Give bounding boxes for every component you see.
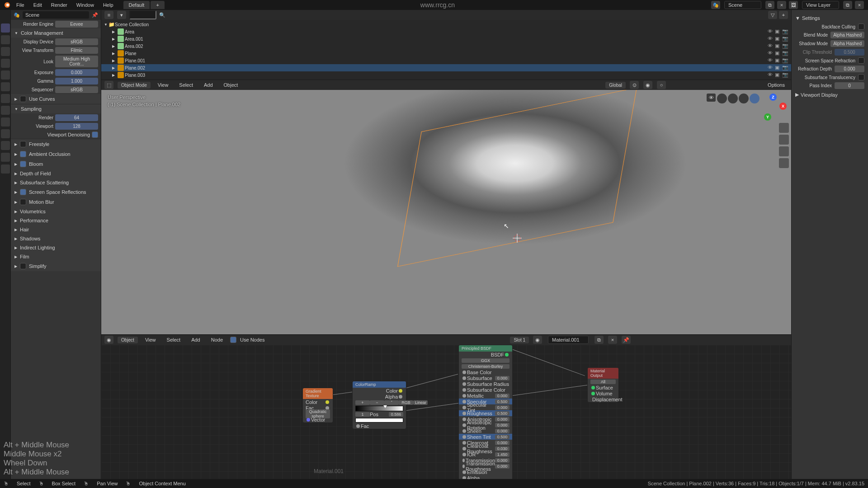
section-ssr[interactable]: ▶Screen Space Reflections	[11, 187, 101, 197]
mode-dropdown[interactable]: Object Mode	[118, 82, 151, 89]
bloom-checkbox[interactable]	[20, 161, 26, 167]
tab-render-icon[interactable]	[1, 23, 10, 33]
tab-output-icon[interactable]	[1, 35, 10, 44]
subsection-use-curves[interactable]: ▶ Use Curves	[11, 94, 101, 104]
pass-index-field[interactable]: 0	[835, 82, 864, 89]
bsdf-input-row[interactable]: Sheen Tint0.500	[459, 434, 512, 440]
viewlayer-name-input[interactable]	[802, 1, 839, 9]
render-icon[interactable]: 📷	[782, 50, 788, 56]
scene-name-field[interactable]: Scene	[23, 11, 89, 19]
selectable-icon[interactable]: ▣	[775, 50, 781, 56]
ne-menu-node[interactable]: Node	[208, 336, 226, 344]
eye-icon[interactable]: 👁	[768, 43, 774, 49]
bsdf-input-row[interactable]: Transmission Roughness0.000	[459, 463, 512, 469]
motion_blur-checkbox[interactable]	[20, 199, 26, 205]
sequencer-dropdown[interactable]: sRGB	[55, 86, 98, 93]
vp-menu-view[interactable]: View	[154, 81, 172, 89]
bsdf-input-row[interactable]: Metallic0.000	[459, 393, 512, 399]
scene-name-input[interactable]	[724, 1, 761, 9]
node-colorramp[interactable]: ColorRamp Color Alpha +−˅RGBLinear 1Pos0…	[352, 381, 406, 429]
bsdf-input-row[interactable]: Base Color	[459, 369, 512, 375]
vp-options[interactable]: Options	[764, 81, 788, 89]
workspace-tab-default[interactable]: Default	[123, 1, 150, 9]
section-dof[interactable]: ▶Depth of Field	[11, 169, 101, 178]
use-nodes-checkbox[interactable]	[230, 337, 236, 343]
new-collection-icon[interactable]: +	[779, 11, 788, 19]
colorramp-gradient[interactable]	[355, 406, 403, 411]
section-sampling[interactable]: ▼ Sampling	[11, 104, 101, 113]
tab-particle-icon[interactable]	[1, 106, 10, 115]
tab-object-icon[interactable]	[1, 82, 10, 91]
ao-checkbox[interactable]	[20, 151, 26, 157]
bsdf-input-row[interactable]: Anisotropic Rotation0.000	[459, 422, 512, 428]
editor-type-icon[interactable]: ◉	[104, 336, 113, 344]
show-gizmos-icon[interactable]: 👁	[707, 94, 716, 102]
material-browse-icon[interactable]: ◉	[533, 336, 542, 344]
section-volumetrics[interactable]: ▶Volumetrics	[11, 207, 101, 216]
gamma-slider[interactable]: 1.000	[55, 78, 98, 84]
tab-data-icon[interactable]	[1, 141, 10, 150]
section-motion_blur[interactable]: ▶Motion Blur	[11, 197, 101, 207]
tree-collection-row[interactable]: ▼ 📁 Scene Collection	[101, 21, 791, 28]
scene-browse-icon[interactable]: 🎭	[711, 1, 720, 9]
eye-icon[interactable]: 👁	[768, 65, 774, 71]
ne-menu-view[interactable]: View	[142, 336, 160, 344]
refraction-depth-field[interactable]: 0.000	[835, 66, 864, 72]
outliner-item[interactable]: ▶Area.001👁▣📷	[101, 35, 791, 42]
render-engine-dropdown[interactable]: Eevee	[55, 21, 98, 28]
outliner-item[interactable]: ▶Plane.002👁▣📷	[101, 64, 791, 71]
nav-gizmo[interactable]: X Y Z	[760, 94, 787, 121]
slot-dropdown[interactable]: Slot 1	[510, 337, 529, 343]
viewport-samples-field[interactable]: 128	[55, 123, 98, 130]
eye-icon[interactable]: 👁	[768, 57, 774, 64]
bsdf-input-row[interactable]: Subsurface0.000	[459, 375, 512, 381]
tab-modifier-icon[interactable]	[1, 94, 10, 103]
ssr-checkbox[interactable]	[20, 189, 26, 195]
perspective-icon[interactable]	[779, 158, 789, 168]
outliner-disp-icon[interactable]: ▾	[117, 11, 126, 19]
node-material-output[interactable]: Material Output All Surface Volume Displ…	[587, 367, 619, 403]
bsdf-input-row[interactable]: Subsurface Color	[459, 387, 512, 393]
render-icon[interactable]: 📷	[782, 36, 788, 42]
eye-icon[interactable]: 👁	[768, 36, 774, 42]
outliner-item[interactable]: ▶Area👁▣📷	[101, 28, 791, 35]
proportional-icon[interactable]: ○	[657, 81, 666, 89]
pin-icon[interactable]: 📌	[622, 336, 631, 344]
bsdf-input-row[interactable]: IOR1.450	[459, 451, 512, 457]
menu-render[interactable]: Render	[47, 1, 71, 9]
menu-help[interactable]: Help	[99, 1, 117, 9]
tab-viewlayer-icon[interactable]	[1, 47, 10, 56]
bsdf-input-row[interactable]: Emission	[459, 469, 512, 475]
vp-menu-select[interactable]: Select	[175, 81, 197, 89]
eye-icon[interactable]: 👁	[768, 72, 774, 78]
snap-icon[interactable]: ◉	[643, 81, 652, 89]
outliner-item[interactable]: ▶Plane👁▣📷	[101, 50, 791, 57]
material-unlink-icon[interactable]: ×	[608, 336, 617, 344]
section-viewport-display[interactable]: ▶Viewport Display	[795, 90, 864, 99]
render-icon[interactable]: 📷	[782, 57, 788, 64]
render-icon[interactable]: 📷	[782, 28, 788, 35]
section-freestyle[interactable]: ▶Freestyle	[11, 139, 101, 149]
pivot-icon[interactable]: ⊙	[630, 81, 639, 89]
node-principled-bsdf[interactable]: Principled BSDF BSDF GGX Christensen-Bur…	[458, 345, 513, 479]
section-ao[interactable]: ▶Ambient Occlusion	[11, 149, 101, 159]
eye-icon[interactable]: 👁	[768, 50, 774, 56]
section-performance[interactable]: ▶Performance	[11, 216, 101, 225]
blend-mode-dropdown[interactable]: Alpha Hashed	[830, 32, 864, 38]
section-sss[interactable]: ▶Subsurface Scattering	[11, 178, 101, 187]
vp-menu-object[interactable]: Object	[220, 81, 242, 89]
bsdf-input-row[interactable]: Specular Tint0.000	[459, 404, 512, 410]
render-samples-field[interactable]: 64	[55, 114, 98, 121]
tab-constraint-icon[interactable]	[1, 129, 10, 138]
render-icon[interactable]: 📷	[782, 43, 788, 49]
filter-icon[interactable]: ▽	[768, 11, 777, 19]
tab-physics-icon[interactable]	[1, 117, 10, 127]
shader-type-dropdown[interactable]: Object	[118, 337, 138, 343]
bsdf-input-row[interactable]: Sheen0.000	[459, 428, 512, 434]
node-gradient-texture[interactable]: Gradient Texture Color Fac Quadratic sph…	[302, 388, 333, 423]
selectable-icon[interactable]: ▣	[775, 65, 781, 71]
colorramp-stop-color[interactable]	[355, 418, 403, 422]
bsdf-input-row[interactable]: Clearcoat Roughness0.030	[459, 446, 512, 451]
freestyle-checkbox[interactable]	[20, 141, 26, 147]
outliner-item[interactable]: ▶Area.002👁▣📷	[101, 42, 791, 50]
